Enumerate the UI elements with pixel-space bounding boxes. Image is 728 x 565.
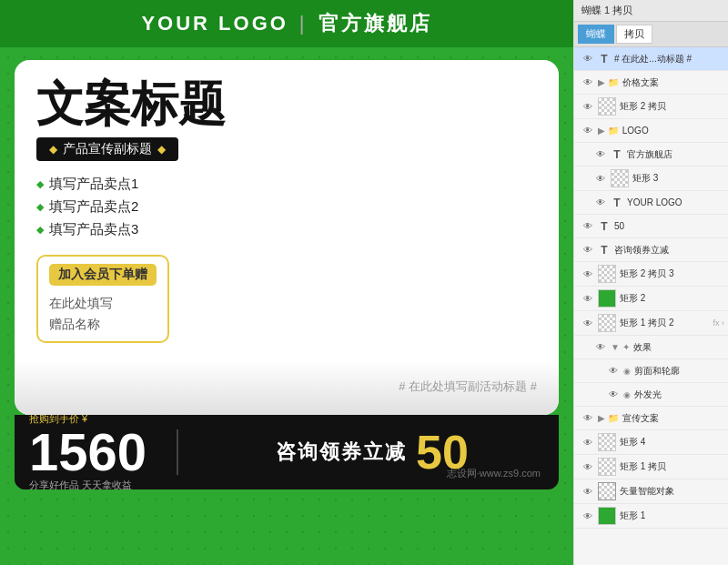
store-name: 官方旗舰店 bbox=[318, 10, 432, 37]
layer-visibility-eye[interactable]: 👁 bbox=[581, 220, 594, 233]
price-number-row: 1560 bbox=[29, 426, 155, 479]
layer-visibility-eye[interactable]: 👁 bbox=[581, 460, 594, 473]
text-layer-icon: T bbox=[598, 244, 611, 257]
folder-icon: ▶ 📁 bbox=[598, 413, 619, 423]
layer-item[interactable]: 👁 矩形 2 拷贝 bbox=[574, 95, 728, 119]
feature-list: 填写产品卖点1 填写产品卖点2 填写产品卖点3 bbox=[36, 176, 537, 238]
layers-panel: 蝴蝶 1 拷贝 蝴蝶 拷贝 👁 T # 在此处...动标题 # 👁 ▶ 📁 价格… bbox=[573, 0, 728, 565]
layer-item[interactable]: 👁 ▼ ✦ 效果 bbox=[574, 336, 728, 359]
layer-item[interactable]: 👁 T 50 bbox=[574, 215, 728, 238]
layer-name: 价格文案 bbox=[622, 76, 724, 89]
price-divider bbox=[177, 429, 178, 475]
layer-item[interactable]: 👁 T 咨询领券立减 bbox=[574, 238, 728, 262]
separator: | bbox=[299, 12, 308, 35]
layer-name: 咨询领券立减 bbox=[614, 244, 724, 257]
text-layer-icon: T bbox=[611, 197, 623, 209]
panel-tabs: 蝴蝶 拷贝 bbox=[574, 22, 728, 47]
layer-visibility-eye[interactable]: 👁 bbox=[581, 292, 594, 305]
layer-name: 外发光 bbox=[634, 388, 724, 401]
layer-name: 矩形 3 bbox=[632, 172, 724, 185]
layer-item[interactable]: 👁 ◉ 剪面和轮廓 bbox=[574, 359, 728, 383]
layer-name: # 在此处...动标题 # bbox=[614, 53, 724, 66]
layer-visibility-eye[interactable]: 👁 bbox=[581, 267, 594, 280]
layer-name: 矩形 2 拷贝 bbox=[620, 100, 724, 113]
watermark-bottom-right: 志设网·www.zs9.com bbox=[447, 467, 541, 480]
thumb-checkered bbox=[598, 433, 616, 451]
layer-visibility-eye[interactable]: 👁 bbox=[594, 148, 607, 161]
main-title: 文案标题 bbox=[36, 78, 537, 130]
layer-name: 矢量智能对象 bbox=[620, 485, 724, 498]
layer-item[interactable]: 👁 矩形 2 bbox=[574, 287, 728, 311]
logo-text: YOUR LOGO bbox=[141, 12, 288, 35]
layer-name: 剪面和轮廓 bbox=[634, 365, 724, 378]
feature-item-2: 填写产品卖点2 bbox=[36, 198, 537, 216]
thumb-checkered bbox=[598, 458, 616, 476]
panel-header: 蝴蝶 1 拷贝 bbox=[574, 0, 728, 22]
layer-item[interactable]: 👁 矩形 1 bbox=[574, 504, 728, 529]
layer-name: 矩形 1 拷贝 bbox=[620, 460, 724, 473]
layer-item[interactable]: 👁 T YOUR LOGO bbox=[574, 191, 728, 215]
promo-content: 在此处填写 赠品名称 bbox=[49, 293, 157, 334]
panel-title: 蝴蝶 1 拷贝 bbox=[581, 4, 632, 17]
fx-badge: fx › bbox=[713, 318, 725, 328]
layer-visibility-eye[interactable]: 👁 bbox=[581, 100, 594, 113]
activity-placeholder: # 在此处填写副活动标题 # bbox=[399, 378, 537, 395]
layer-item[interactable]: 👁 矩形 1 拷贝 bbox=[574, 455, 728, 479]
main-card: 文案标题 ◆ 产品宣传副标题 ◆ 填写产品卖点1 填写产品卖点2 填写产品卖点3… bbox=[15, 60, 559, 415]
folder-icon: ▶ 📁 bbox=[598, 126, 619, 136]
text-layer-icon: T bbox=[598, 53, 611, 66]
thumb-green bbox=[598, 507, 616, 525]
layer-visibility-eye[interactable]: 👁 bbox=[594, 197, 607, 209]
layer-item[interactable]: 👁 ▶ 📁 宣传文案 bbox=[574, 407, 728, 430]
layer-visibility-eye[interactable]: 👁 bbox=[607, 365, 620, 378]
layer-visibility-eye[interactable]: 👁 bbox=[581, 317, 594, 329]
promo-box: 加入会员下单赠 在此处填写 赠品名称 bbox=[36, 255, 169, 343]
effect-icon: ◉ bbox=[623, 390, 631, 399]
feature-item-1: 填写产品卖点1 bbox=[36, 176, 537, 193]
layer-item[interactable]: 👁 ◉ 外发光 bbox=[574, 383, 728, 407]
diamond-right: ◆ bbox=[157, 143, 166, 156]
layer-item[interactable]: 👁 ▶ 📁 价格文案 bbox=[574, 71, 728, 95]
layer-item[interactable]: 👁 矩形 4 bbox=[574, 430, 728, 455]
price-bar: 抢购到手价 ¥ 1560 分享好作品 天天拿收益 咨询领券立减 50 志设网·w… bbox=[15, 415, 559, 489]
tab-copy[interactable]: 拷贝 bbox=[616, 25, 652, 44]
layer-item[interactable]: 👁 T # 在此处...动标题 # bbox=[574, 47, 728, 71]
layer-visibility-eye[interactable]: 👁 bbox=[581, 125, 594, 137]
layer-name: YOUR LOGO bbox=[627, 197, 724, 207]
header-bar: YOUR LOGO | 官方旗舰店 bbox=[0, 0, 573, 47]
layer-item[interactable]: 👁 T 官方旗舰店 bbox=[574, 143, 728, 166]
layer-name: 矩形 1 拷贝 2 bbox=[620, 317, 710, 329]
thumb-checkered bbox=[611, 169, 629, 187]
promo-line2: 赠品名称 bbox=[49, 317, 100, 331]
layer-visibility-eye[interactable]: 👁 bbox=[581, 244, 594, 257]
tab-butterfly[interactable]: 蝴蝶 bbox=[578, 25, 614, 44]
layer-name: 官方旗舰店 bbox=[627, 148, 724, 161]
layer-item[interactable]: 👁 矩形 3 bbox=[574, 166, 728, 191]
layer-visibility-eye[interactable]: 👁 bbox=[594, 172, 607, 185]
layer-name: LOGO bbox=[622, 126, 724, 136]
layer-item[interactable]: 👁 矩形 1 拷贝 2 fx › bbox=[574, 311, 728, 336]
layer-name: 50 bbox=[614, 221, 724, 231]
layer-name: 宣传文案 bbox=[622, 412, 724, 425]
effects-icon: ▼ ✦ bbox=[611, 342, 630, 352]
thumb-green bbox=[598, 289, 616, 308]
layer-item[interactable]: 👁 矢量智能对象 bbox=[574, 479, 728, 504]
layer-item[interactable]: 👁 ▶ 📁 LOGO bbox=[574, 119, 728, 143]
layer-visibility-eye[interactable]: 👁 bbox=[581, 53, 594, 66]
layer-visibility-eye[interactable]: 👁 bbox=[607, 388, 620, 401]
layer-visibility-eye[interactable]: 👁 bbox=[581, 485, 594, 498]
thumb-checkered bbox=[598, 314, 616, 332]
layer-visibility-eye[interactable]: 👁 bbox=[581, 510, 594, 522]
feature-item-3: 填写产品卖点3 bbox=[36, 221, 537, 238]
layer-visibility-eye[interactable]: 👁 bbox=[581, 412, 594, 425]
folder-icon: ▶ 📁 bbox=[598, 77, 619, 87]
layer-name: 矩形 2 bbox=[620, 292, 724, 305]
diamond-left: ◆ bbox=[49, 143, 57, 156]
layer-visibility-eye[interactable]: 👁 bbox=[594, 341, 607, 354]
layer-visibility-eye[interactable]: 👁 bbox=[581, 76, 594, 89]
layer-visibility-eye[interactable]: 👁 bbox=[581, 436, 594, 449]
layer-item[interactable]: 👁 矩形 2 拷贝 3 bbox=[574, 262, 728, 287]
text-layer-icon: T bbox=[611, 148, 623, 161]
layer-name: 矩形 1 bbox=[620, 510, 724, 522]
price-value: 1560 bbox=[29, 426, 147, 479]
